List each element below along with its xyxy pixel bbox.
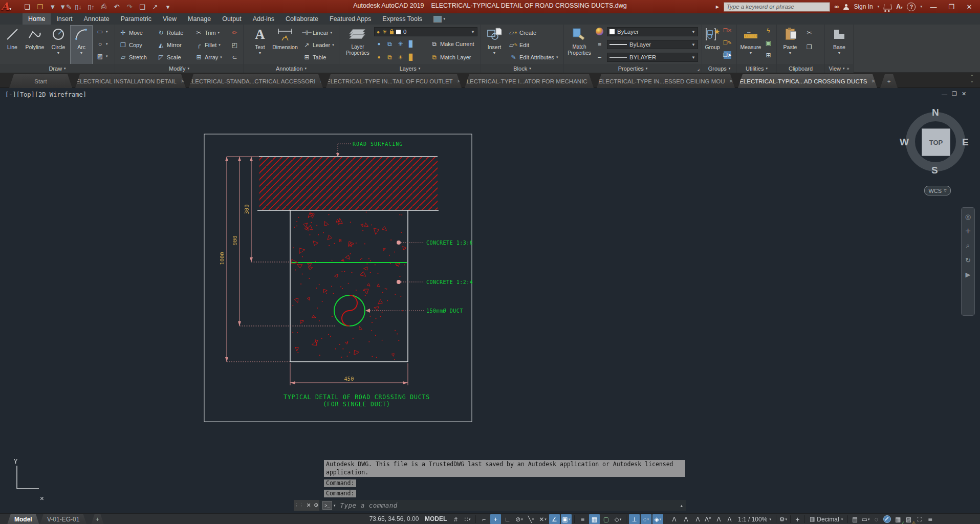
pan-icon[interactable]: ✛ <box>965 227 971 235</box>
explode-button[interactable]: ◰ <box>231 41 238 49</box>
help-icon[interactable]: ? <box>907 3 916 11</box>
ortho-icon[interactable]: ∟ <box>502 514 513 524</box>
panel-label-layers[interactable]: Layers▾ <box>339 64 481 73</box>
file-tab-close-icon[interactable]: ✕ <box>871 78 875 84</box>
osnap-3d-icon[interactable]: ◇▾ <box>613 514 623 524</box>
line-button[interactable]: Line <box>1 26 24 50</box>
layer-select-dropdown[interactable]: ● ☀ 0 ▼ <box>374 27 477 36</box>
file-tab[interactable]: ELECTRICAL-TYPE IN...ESSED CEILING MOU✕ <box>597 74 735 88</box>
layer-state-icons-row1[interactable]: ● ⧉ ✳ ▊ <box>375 40 415 48</box>
edit-attributes-button[interactable]: ✎Edit Attributes▾ <box>510 53 558 61</box>
annotation-autoscale-icon[interactable]: Λ <box>724 514 735 524</box>
open-folder-icon[interactable]: ❒ <box>35 2 45 11</box>
command-prompt-icon[interactable]: >_ <box>322 501 332 510</box>
command-grip[interactable]: ⋮⋮ ✕ ⚙ <box>294 500 319 511</box>
command-line[interactable]: ⋮⋮ ✕ ⚙ >_ ▾ Type a command ▴ <box>294 500 686 511</box>
model-space-indicator[interactable]: MODEL <box>425 515 447 522</box>
hatch-button[interactable]: ▨▾ <box>96 52 108 60</box>
panel-label-block[interactable]: Block▾ <box>481 64 563 73</box>
osnap-2d-icon[interactable]: ∠ <box>549 514 560 524</box>
ribbon-tab-overflow[interactable]: ▾ <box>428 13 451 25</box>
otrack-icon[interactable]: ✕▾ <box>537 514 548 524</box>
lineweight-icon[interactable]: ≡ <box>577 514 588 524</box>
save-to-web-mobile-icon[interactable]: ▯↑ <box>86 2 96 11</box>
annotation-visibility-icon[interactable]: ◌▾ <box>641 514 651 524</box>
panel-label-draw[interactable]: Draw▾ <box>0 64 115 73</box>
file-tab-close-icon[interactable]: ✕ <box>729 78 733 84</box>
vp-close-icon[interactable]: ✕ <box>962 91 966 97</box>
paste-button[interactable]: Paste ▼ <box>779 26 801 56</box>
ribbon-tab-insert[interactable]: Insert <box>51 13 78 25</box>
viewport-controls[interactable]: [-][Top][2D Wireframe] <box>5 91 86 98</box>
group-button[interactable]: Group <box>702 26 723 50</box>
lineweight-dropdown[interactable]: ByLayer▼ <box>607 40 698 49</box>
cut-button[interactable]: ✂ <box>805 29 813 36</box>
polar-tracking-icon[interactable]: ⊘▾ <box>514 514 525 524</box>
transparency-icon[interactable]: ▦ <box>589 514 600 524</box>
match-layer-button[interactable]: ⧉Match Layer <box>430 53 471 61</box>
insert-button[interactable]: Insert ▼ <box>483 26 506 56</box>
quick-properties-icon[interactable]: ▤ <box>850 514 860 524</box>
mirror-button[interactable]: ◭Mirror <box>157 41 182 49</box>
text-dropdown-icon[interactable]: ▼ <box>249 50 271 56</box>
graphics-performance-icon[interactable] <box>882 514 892 524</box>
layout-tab[interactable]: V-01-EG-01 <box>40 514 86 524</box>
graphics-status-icon[interactable]: ▦✓ <box>892 514 903 524</box>
annotation-scale-sync-icon[interactable]: Λ <box>713 514 724 524</box>
qat-customize-icon[interactable]: ▾ <box>163 2 172 11</box>
help-dropdown-icon[interactable]: ▾ <box>920 5 922 9</box>
block-create-button[interactable]: ▱✶Create <box>510 29 536 36</box>
annotation-monitor-icon[interactable]: Λ <box>669 514 680 524</box>
ribbon-tab-output[interactable]: Output <box>216 13 247 25</box>
panel-label-groups[interactable]: Groups▾ <box>702 64 736 73</box>
file-tab[interactable]: ELECTRICAL-STANDA...CTRICAL ACCESSORI✕ <box>189 74 323 88</box>
annotation-scale-settings-icon[interactable]: ⚙▾ <box>778 514 789 524</box>
file-tabs-overflow-icon[interactable]: ⌃⌄ <box>970 74 974 83</box>
minimize-button[interactable]: — <box>927 3 940 11</box>
offset-button[interactable]: ⊂ <box>231 53 238 61</box>
rotate-button[interactable]: ↻Rotate <box>157 29 183 36</box>
share-icon[interactable]: ↗ <box>150 2 160 11</box>
viewcube-west[interactable]: W <box>900 137 909 148</box>
annotation-monitor-icon[interactable]: Λ° <box>703 514 713 524</box>
new-layout-tab[interactable]: + <box>91 514 104 524</box>
layer-properties-button[interactable]: Layer Properties <box>343 26 372 56</box>
search-icon[interactable]: ∞ <box>835 3 839 10</box>
new-drawing-tab[interactable]: + <box>880 74 898 88</box>
file-tab[interactable]: ELECTRICAL INSTALLATION DETAIL✕ <box>75 74 186 88</box>
save-icon[interactable]: ▼ <box>48 2 57 11</box>
panel-label-utilities[interactable]: Utilities▾ <box>737 64 776 73</box>
navigation-wheel-icon[interactable]: ◎ <box>965 213 971 221</box>
file-tab-active[interactable]: ELECTRICAL-TYPICA...AD CROSSING DUCTS✕ <box>738 74 877 88</box>
select-objects-button[interactable]: ▣ <box>765 39 772 47</box>
restore-button[interactable]: ❐ <box>945 3 958 11</box>
table-button[interactable]: ⊞Table <box>303 53 326 61</box>
close-button[interactable]: ✕ <box>963 3 976 11</box>
circle-button[interactable]: Circle ▼ <box>47 26 70 56</box>
annotation-autoscale-icon[interactable]: Λ <box>692 514 703 524</box>
viewcube-east[interactable]: E <box>962 137 969 148</box>
zoom-extents-icon[interactable]: ⌕ <box>966 242 970 250</box>
measure-button[interactable]: Measure ▼ <box>738 26 764 56</box>
copy-button[interactable]: ❐Copy <box>119 41 142 49</box>
ribbon-tab-featured-apps[interactable]: Featured Apps <box>324 13 377 25</box>
snap-icon[interactable]: ∷▾ <box>462 514 473 524</box>
autodesk-exchange-icon[interactable]: A▾ <box>896 3 902 10</box>
panel-label-properties[interactable]: Properties▾⌟ <box>564 64 702 73</box>
circle-dropdown-icon[interactable]: ▼ <box>47 50 70 56</box>
match-properties-button[interactable]: Match Properties <box>566 26 593 56</box>
command-customize-icon[interactable]: ⚙ <box>314 502 319 509</box>
redo-icon[interactable]: ↷ <box>125 2 134 11</box>
file-tab[interactable]: ELECTRICAL-TYPE IN...TAIL OF FCU OUTLET✕ <box>326 74 462 88</box>
viewcube-north[interactable]: N <box>932 107 939 118</box>
measure-dropdown-icon[interactable]: ▼ <box>738 50 764 56</box>
navigation-bar[interactable]: ◎✛⌕↻▶ <box>961 207 975 316</box>
file-tab-close-icon[interactable]: ✕ <box>457 78 461 84</box>
object-color-dropdown[interactable]: ByLayer▼ <box>607 27 698 36</box>
model-tab[interactable]: Model <box>7 514 39 524</box>
plot-icon[interactable]: ⎙ <box>99 2 108 11</box>
quick-calc-button[interactable]: ⊞ <box>765 51 772 59</box>
make-current-button[interactable]: ⧉Make Current <box>430 40 474 48</box>
workspace-icon[interactable]: ◈▾ <box>652 514 663 524</box>
leader-button[interactable]: ↗Leader▾ <box>303 41 334 49</box>
